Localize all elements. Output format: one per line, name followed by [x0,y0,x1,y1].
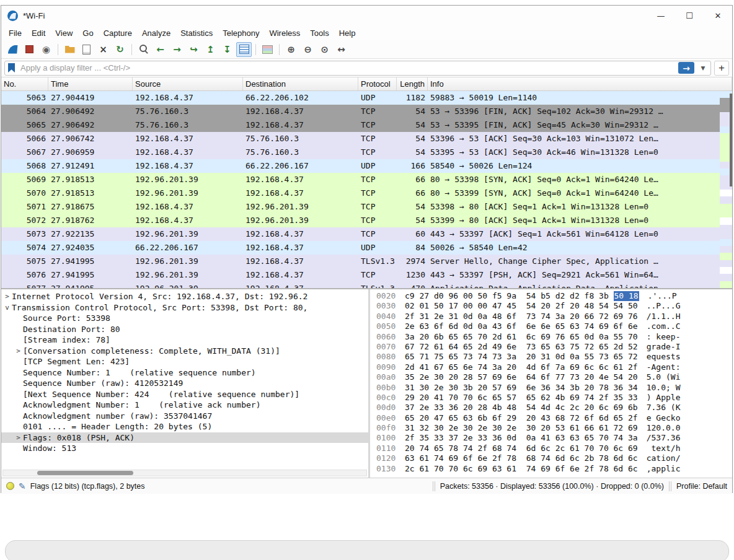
hex-row[interactable]: 00402f 31 2e 31 0d 0a 48 6f 73 74 3a 20 … [376,312,732,322]
open-file-icon[interactable] [62,42,77,57]
filter-apply-button[interactable]: → [678,62,694,74]
close-file-icon[interactable]: × [95,42,111,57]
filter-add-button[interactable]: + [714,61,729,76]
hex-row[interactable]: 011020 74 65 78 74 2f 68 74 6d 6c 2c 61 … [376,444,732,453]
column-header-src[interactable]: Source [133,77,243,90]
auto-scroll-icon[interactable] [236,42,252,57]
detail-line[interactable]: [Stream index: 78] [1,335,368,346]
go-to-packet-icon[interactable]: ↪ [186,42,201,57]
capture-comment-icon[interactable]: ✎ [19,481,26,491]
close-button[interactable]: ✕ [704,6,732,25]
column-header-time[interactable]: Time [48,77,133,90]
maximize-button[interactable]: ☐ [675,6,704,25]
packet-row[interactable]: 506527.90649275.76.160.3192.168.4.37TCP5… [1,118,720,132]
hex-row[interactable]: 0020c9 27 d0 96 00 50 f5 9a 54 b5 d2 d2 … [376,291,732,301]
column-header-dst[interactable]: Destination [243,77,358,90]
filter-bookmark-icon[interactable] [8,63,15,72]
start-capture-icon[interactable] [5,42,20,57]
column-header-no[interactable]: No. [1,77,48,90]
packet-row[interactable]: 507127.918675192.168.4.37192.96.201.39TC… [1,200,720,214]
column-header-proto[interactable]: Protocol [358,77,397,90]
profile-text[interactable]: Profile: Default [676,482,727,491]
save-file-icon[interactable] [79,42,94,57]
menu-item-edit[interactable]: Edit [27,27,50,40]
menu-item-telephony[interactable]: Telephony [218,27,264,40]
go-last-packet-icon[interactable]: ↧ [219,42,235,57]
zoom-out-icon[interactable]: ⊖ [300,42,316,57]
menu-item-statistics[interactable]: Statistics [175,27,218,40]
filter-dropdown-icon[interactable]: ▼ [699,65,707,71]
menu-item-view[interactable]: View [50,27,77,40]
hex-row[interactable]: 007067 72 61 64 65 2d 49 6e 73 65 63 75 … [376,342,732,352]
hex-row[interactable]: 00502e 63 6f 6d 0d 0a 43 6f 6e 6e 65 63 … [376,322,732,331]
menu-item-tools[interactable]: Tools [305,27,334,40]
detail-line[interactable]: Source Port: 53398 [1,313,368,324]
zoom-original-icon[interactable]: ⊙ [317,42,332,57]
display-filter-field[interactable]: → ▼ [4,61,711,76]
packet-row[interactable]: 506327.904419192.168.4.3766.22.206.102UD… [1,91,720,105]
detail-line[interactable]: >[Conversation completeness: Complete, W… [1,346,368,357]
details-hscrollbar-thumb[interactable] [37,471,133,475]
resize-columns-icon[interactable]: ↔ [334,42,349,57]
menu-item-file[interactable]: File [4,27,27,40]
expand-arrow-icon[interactable]: > [14,346,23,357]
zoom-in-icon[interactable]: ⊕ [283,42,299,57]
hex-row[interactable]: 003002 01 50 17 00 00 47 45 54 20 2f 20 … [376,301,732,311]
hex-row[interactable]: 00603a 20 6b 65 65 70 2d 61 6c 69 76 65 … [376,332,732,342]
detail-line[interactable]: >Flags: 0x018 (PSH, ACK) [1,432,368,444]
packet-row[interactable]: 507527.941995192.96.201.39192.168.4.37TL… [1,255,720,268]
detail-line[interactable]: Window: 513 [1,443,368,454]
packet-row[interactable]: 506427.90649275.76.160.3192.168.4.37TCP5… [1,105,720,118]
reload-file-icon[interactable]: ↻ [112,42,128,57]
detail-line[interactable]: Sequence Number (raw): 4120532149 [1,378,368,389]
detail-line[interactable]: Sequence Number: 1 (relative sequence nu… [1,367,368,378]
find-packet-icon[interactable] [136,42,151,57]
hex-row[interactable]: 01302c 61 70 70 6c 69 63 61 74 69 6f 6e … [376,464,732,474]
packet-row[interactable]: 507327.922135192.96.201.39192.168.4.37TC… [1,227,720,241]
hex-row[interactable]: 00f031 32 30 2e 30 2e 30 2e 30 20 53 61 … [376,423,732,433]
column-header-len[interactable]: Length [397,77,428,90]
expert-info-icon[interactable] [6,482,14,490]
detail-line[interactable]: Acknowledgment number (raw): 3537041467 [1,411,368,422]
hex-row[interactable]: 00a035 2e 30 20 28 57 69 6e 64 6f 77 73 … [376,372,732,382]
packet-row[interactable]: 507727.941995192.96.201.39192.168.4.37TL… [1,282,720,288]
hex-row[interactable]: 012063 61 74 69 6f 6e 2f 78 68 74 6d 6c … [376,453,732,463]
details-hscrollbar[interactable] [2,470,367,476]
packet-row[interactable]: 506827.912491192.168.4.3766.22.206.167UD… [1,159,720,173]
column-header-info[interactable]: Info [428,77,732,90]
packet-row[interactable]: 507427.92403566.22.206.167192.168.4.37UD… [1,241,720,255]
minimize-button[interactable]: — [647,6,675,25]
hex-row[interactable]: 00c029 20 41 70 70 6c 65 57 65 62 4b 69 … [376,393,732,403]
hex-row[interactable]: 00b031 30 2e 30 3b 20 57 69 6e 36 34 3b … [376,383,732,393]
stop-capture-icon[interactable] [22,42,37,57]
minimap-thumb[interactable] [730,94,732,186]
menu-item-help[interactable]: Help [334,27,361,40]
hex-row[interactable]: 00902d 41 67 65 6e 74 3a 20 4d 6f 7a 69 … [376,362,732,372]
detail-line[interactable]: Destination Port: 80 [1,324,368,335]
packet-row[interactable]: 507627.941995192.96.201.39192.168.4.37TC… [1,268,720,282]
detail-line[interactable]: 0101 .... = Header Length: 20 bytes (5) [1,421,368,432]
detail-line[interactable]: vTransmission Control Protocol, Src Port… [1,302,368,313]
capture-options-icon[interactable]: ◉ [38,42,54,57]
packet-row[interactable]: 507027.918513192.96.201.39192.168.4.37TC… [1,186,720,200]
collapse-arrow-icon[interactable]: v [2,302,12,313]
go-forward-icon[interactable]: → [169,42,185,57]
expand-arrow-icon[interactable]: > [2,291,12,302]
go-back-icon[interactable]: ← [153,42,168,57]
detail-line[interactable]: [TCP Segment Len: 423] [1,356,368,367]
colorize-packets-icon[interactable] [260,42,275,57]
packet-row[interactable]: 506927.918513192.96.201.39192.168.4.37TC… [1,173,720,186]
hex-row[interactable]: 00d037 2e 33 36 20 28 4b 48 54 4d 4c 2c … [376,403,732,413]
menu-item-wireless[interactable]: Wireless [264,27,305,40]
detail-line[interactable]: Acknowledgment Number: 1 (relative ack n… [1,400,368,411]
packet-row[interactable]: 506727.906959192.168.4.3775.76.160.3TCP5… [1,146,720,159]
hex-row[interactable]: 008065 71 75 65 73 74 73 3a 20 31 0d 0a … [376,352,732,362]
menu-item-go[interactable]: Go [77,27,98,40]
hex-row[interactable]: 00e065 20 47 65 63 6b 6f 29 20 43 68 72 … [376,413,732,423]
detail-line[interactable]: [Next Sequence Number: 424 (relative seq… [1,389,368,400]
packet-list-minimap[interactable] [720,91,732,288]
menu-item-analyze[interactable]: Analyze [137,27,175,40]
display-filter-input[interactable] [19,63,674,73]
detail-line[interactable]: >Internet Protocol Version 4, Src: 192.1… [1,291,368,302]
packet-row[interactable]: 507227.918762192.168.4.37192.96.201.39TC… [1,214,720,227]
